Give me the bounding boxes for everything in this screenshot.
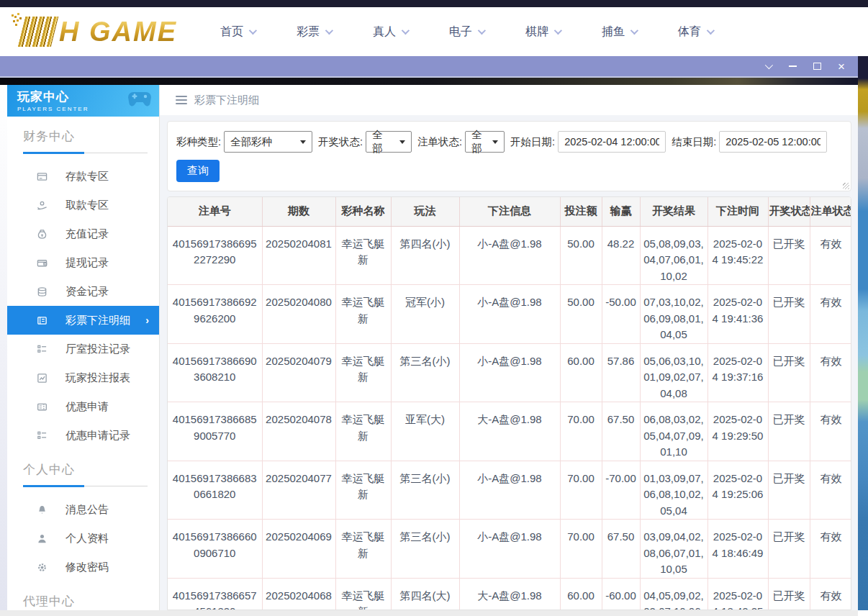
sidebar-item-withdraw-record[interactable]: 提现记录	[7, 248, 159, 277]
table-cell: 已开奖	[768, 285, 810, 344]
table-cell: 第三名(小)	[391, 520, 459, 579]
table-cell: 50.00	[560, 285, 602, 344]
sidebar-section-finance: 财务中心存款专区取款专区充值记录提现记录资金记录彩票下注明细›厅室投注记录玩家投…	[7, 117, 159, 450]
table-cell: 57.86	[602, 343, 640, 402]
table-cell: 有效	[810, 520, 851, 579]
sidebar-item-promo-apply-record[interactable]: 优惠申请记录	[7, 421, 159, 450]
table-cell: 06,08,03,02,05,04,07,09,01,10	[640, 402, 707, 461]
table-cell: 幸运飞艇新	[335, 285, 391, 344]
sidebar-header: 玩家中心 PLAYERS CENTER	[7, 85, 159, 117]
table-cell: 第四名(大)	[391, 578, 459, 610]
section-title: 财务中心	[7, 128, 159, 145]
nav-item-label: 电子	[449, 24, 472, 40]
table-cell: 大-A盘@1.98	[459, 578, 560, 610]
column-header: 开奖状态	[768, 197, 810, 226]
sidebar-item-label: 存款专区	[65, 170, 109, 184]
table-cell: 第四名(小)	[391, 226, 459, 285]
sidebar-section-personal: 个人中心消息公告个人资料修改密码	[7, 450, 159, 581]
hand-coin-icon	[36, 200, 48, 211]
table-cell: 67.50	[602, 520, 640, 579]
table-cell: 20250204069	[262, 520, 335, 579]
table-row: 40156917386690360821020250204079幸运飞艇新第三名…	[168, 343, 851, 402]
moneybag-icon	[36, 229, 48, 240]
table-cell: 01,03,09,07,06,08,10,02,05,04	[640, 461, 707, 520]
sidebar-item-label: 资金记录	[65, 285, 109, 299]
sidebar-item-messages[interactable]: 消息公告	[7, 495, 159, 524]
table-cell: 幸运飞艇新	[335, 402, 391, 461]
filter-row: 彩种类型: 全部彩种 开奖状态: 全部 注单状态: 全部	[175, 131, 844, 153]
table-cell: 401569173866929626200	[168, 285, 262, 344]
ledger-icon	[36, 315, 48, 326]
table-cell: 401569173866903608210	[168, 343, 262, 402]
table-cell: 20250204081	[262, 226, 335, 285]
sidebar-item-player-bet-report[interactable]: 玩家投注报表	[7, 363, 159, 392]
draw-status-label: 开奖状态:	[318, 135, 363, 149]
order-status-value: 全部	[471, 128, 485, 155]
column-header: 注单状态	[810, 197, 851, 226]
table-cell: 20250204080	[262, 285, 335, 344]
column-header: 注单号	[168, 197, 262, 226]
table-cell: 小-A盘@1.98	[459, 343, 560, 402]
section-title: 个人中心	[7, 461, 159, 478]
chevron-down-icon	[765, 61, 773, 69]
nav-item-label: 捕鱼	[602, 24, 625, 40]
sidebar-item-deposit[interactable]: 存款专区	[7, 162, 159, 191]
gamepad-icon	[127, 89, 152, 111]
chevron-down-icon	[399, 140, 405, 144]
end-date-input[interactable]	[719, 131, 827, 153]
nav-item-fishing[interactable]: 捕鱼	[602, 24, 636, 40]
table-cell: 小-A盘@1.98	[459, 520, 560, 579]
nav-item-home[interactable]: 首页	[220, 24, 255, 40]
draw-status-select[interactable]: 全部	[366, 131, 412, 153]
search-button[interactable]: 查询	[176, 160, 220, 182]
window-minimize-button[interactable]	[785, 59, 800, 73]
breadcrumb: 彩票下注明细	[160, 85, 858, 115]
sidebar-item-withdraw[interactable]: 取款专区	[7, 191, 159, 219]
nav-item-board[interactable]: 棋牌	[525, 24, 560, 40]
start-date-input[interactable]	[558, 131, 666, 153]
column-header: 输赢	[602, 197, 640, 226]
table-row: 40156917386657456183020250204068幸运飞艇新第四名…	[168, 578, 851, 610]
nav-item-slots[interactable]: 电子	[449, 24, 484, 40]
window-close-button[interactable]: ×	[833, 59, 849, 73]
table-cell: -60.00	[602, 578, 640, 610]
nav-item-lottery[interactable]: 彩票	[297, 24, 331, 40]
table-cell: 67.50	[602, 402, 640, 461]
menu-toggle-icon[interactable]	[176, 96, 187, 104]
sidebar-item-lottery-bet-detail[interactable]: 彩票下注明细›	[7, 306, 159, 335]
sidebar-item-funds-record[interactable]: 资金记录	[7, 277, 159, 306]
wallet-icon	[36, 258, 48, 268]
table-header-row: 注单号期数彩种名称玩法下注信息投注额输赢开奖结果下注时间开奖状态注单状态	[168, 197, 851, 226]
table-cell: 已开奖	[768, 520, 810, 579]
table-cell: 2025-02-04 19:41:36	[707, 285, 768, 344]
card-icon	[36, 171, 48, 182]
table-cell: 幸运飞艇新	[335, 343, 391, 402]
window-dropdown-button[interactable]	[760, 59, 776, 73]
sidebar-item-profile[interactable]: 个人资料	[7, 524, 159, 553]
chevron-down-icon	[402, 27, 410, 35]
report-chart-icon	[36, 373, 48, 384]
table-cell: 401569173866830661820	[168, 461, 262, 520]
table-cell: 2025-02-04 19:37:16	[707, 343, 768, 402]
nav-item-sports[interactable]: 体育	[678, 24, 713, 40]
window-maximize-button[interactable]	[809, 59, 825, 73]
table-cell: 有效	[810, 285, 851, 344]
lottery-type-value: 全部彩种	[230, 135, 272, 149]
table-row: 40156917386695227229020250204081幸运飞艇新第四名…	[168, 226, 851, 285]
sidebar-item-change-password[interactable]: 修改密码	[7, 553, 159, 581]
table-cell: 已开奖	[768, 226, 810, 285]
table-cell: 已开奖	[768, 343, 810, 402]
nav-item-live[interactable]: 真人	[373, 24, 407, 40]
column-header: 下注信息	[459, 197, 560, 226]
lottery-type-select[interactable]: 全部彩种	[224, 131, 312, 153]
column-header: 期数	[262, 197, 335, 226]
window-titlebar: ×	[0, 56, 858, 78]
chevron-down-icon	[249, 27, 257, 35]
sidebar-item-recharge-record[interactable]: 充值记录	[7, 219, 159, 248]
table-cell: 60.00	[560, 578, 602, 610]
nav-item-label: 彩票	[297, 24, 320, 40]
order-status-select[interactable]: 全部	[465, 131, 505, 153]
sidebar-item-hall-bet-record[interactable]: 厅室投注记录	[7, 335, 159, 363]
brand-logo: H GAME	[12, 12, 177, 52]
sidebar-item-promo-apply[interactable]: 优惠申请	[7, 392, 159, 421]
